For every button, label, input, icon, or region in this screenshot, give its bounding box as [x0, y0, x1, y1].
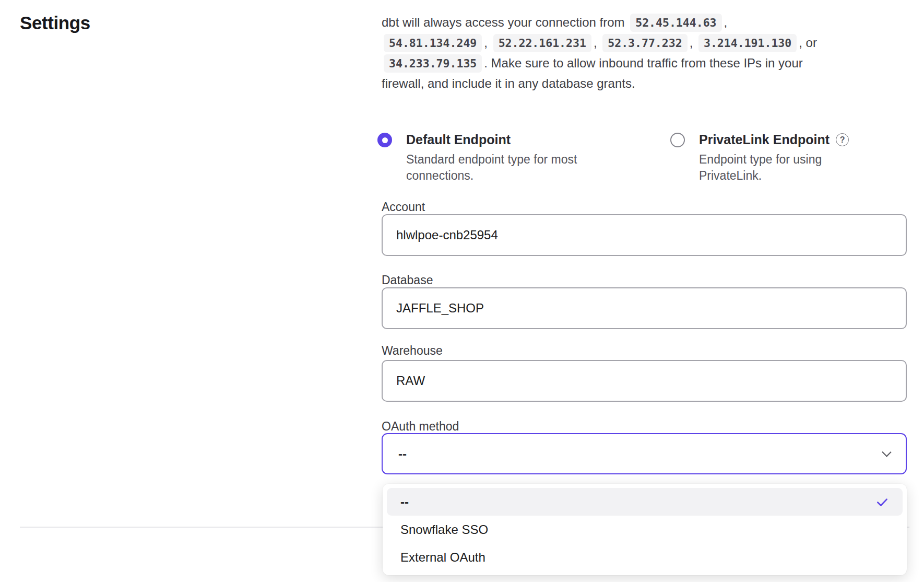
ip-address-chip: 3.214.191.130: [698, 34, 797, 52]
radio-option-label-text: PrivateLink Endpoint: [699, 132, 830, 148]
dropdown-option-label: Snowflake SSO: [400, 522, 488, 537]
oauth-method-label: OAuth method: [382, 420, 459, 434]
notice-text: . Make sure to allow inbound traffic fro…: [484, 56, 803, 70]
chevron-down-icon: [882, 447, 891, 457]
ip-address-chip: 52.22.161.231: [493, 34, 591, 52]
radio-option-texts: Default Endpoint Standard endpoint type …: [406, 132, 590, 184]
database-input[interactable]: [382, 287, 907, 329]
account-input[interactable]: [382, 214, 907, 256]
separator: ,: [690, 36, 693, 50]
help-icon[interactable]: ?: [836, 133, 849, 146]
radio-option-label: Default Endpoint: [406, 132, 590, 148]
database-field-label: Database: [382, 273, 433, 287]
separator: ,: [484, 36, 488, 50]
warehouse-input[interactable]: [382, 360, 907, 402]
oauth-method-select[interactable]: --: [382, 433, 907, 474]
radio-selected-icon[interactable]: [377, 133, 392, 147]
account-field-label: Account: [382, 200, 425, 214]
notice-text: dbt will always access your connection f…: [382, 15, 625, 29]
oauth-method-selected-value: --: [398, 447, 407, 461]
radio-option-privatelink-endpoint[interactable]: PrivateLink Endpoint ? Endpoint type for…: [670, 132, 849, 184]
dropdown-option-external-oauth[interactable]: External OAuth: [387, 543, 903, 571]
separator: , or: [799, 36, 817, 50]
dropdown-option-snowflake-sso[interactable]: Snowflake SSO: [387, 516, 903, 543]
ip-address-chip: 34.233.79.135: [384, 54, 482, 73]
radio-option-description: Standard endpoint type for most connecti…: [406, 152, 590, 184]
radio-unselected-icon[interactable]: [670, 133, 685, 147]
separator: ,: [724, 15, 728, 29]
warehouse-field-label: Warehouse: [382, 344, 443, 358]
connection-ip-notice: dbt will always access your connection f…: [382, 13, 911, 94]
settings-page: { "page": { "title": "Settings" }, "colo…: [0, 0, 924, 582]
dropdown-option-none[interactable]: --: [387, 488, 903, 516]
ip-address-chip: 52.45.144.63: [630, 14, 721, 32]
radio-option-default-endpoint[interactable]: Default Endpoint Standard endpoint type …: [377, 132, 590, 184]
dropdown-option-label: --: [400, 495, 409, 509]
page-title: Settings: [20, 13, 90, 33]
notice-text: firewall, and include it in any database…: [382, 76, 635, 90]
radio-option-label-text: Default Endpoint: [406, 132, 511, 148]
dropdown-option-label: External OAuth: [400, 550, 485, 565]
radio-option-texts: PrivateLink Endpoint ? Endpoint type for…: [699, 132, 849, 184]
oauth-method-dropdown: -- Snowflake SSO External OAuth: [383, 484, 907, 575]
radio-option-label: PrivateLink Endpoint ?: [699, 132, 849, 148]
separator: ,: [594, 36, 597, 50]
radio-option-description: Endpoint type for using PrivateLink.: [699, 152, 845, 184]
ip-address-chip: 52.3.77.232: [602, 34, 687, 52]
ip-address-chip: 54.81.134.249: [384, 34, 482, 52]
check-icon: [875, 495, 889, 509]
